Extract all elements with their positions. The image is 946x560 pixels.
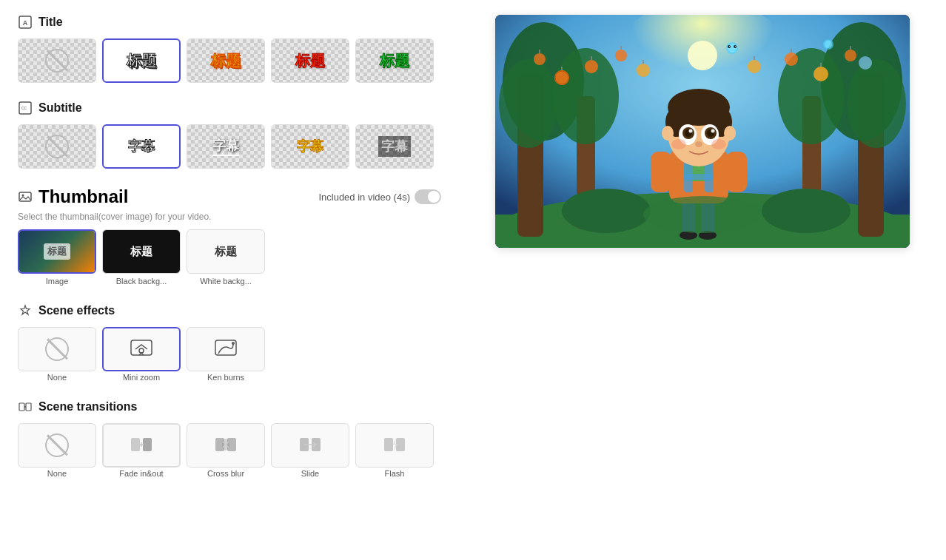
subtitle-option-sub1[interactable]: 字幕 (102, 124, 181, 169)
thumbnail-options-row: 标题 Image 标题 Black backg... 标题 White back… (18, 229, 441, 286)
svg-point-43 (615, 50, 627, 61)
scene-effects-icon (18, 303, 33, 318)
title-style1-text: 标题 (127, 51, 156, 71)
transition-fade[interactable] (102, 423, 181, 468)
title-style4-text: 标题 (380, 51, 409, 71)
slide-svg (298, 435, 322, 456)
svg-point-28 (499, 59, 558, 148)
svg-point-36 (554, 70, 569, 85)
transition-flash-label: Flash (385, 469, 405, 478)
thumb-text-white: 标题 (215, 245, 237, 259)
svg-point-41 (534, 53, 546, 65)
thumbnail-image-label: Image (46, 277, 69, 286)
scene-effect-mini-zoom-col: Mini zoom (102, 327, 181, 382)
subtitle-style3-text: 字幕 (297, 138, 323, 155)
transition-slide-label: Slide (301, 469, 319, 478)
svg-point-33 (552, 48, 619, 144)
title-option-style2[interactable]: 标题 (187, 38, 265, 83)
title-section-icon: A (18, 15, 33, 30)
scene-effect-none[interactable] (18, 327, 96, 371)
svg-point-92 (562, 189, 651, 233)
thumbnail-option-image[interactable]: 标题 (18, 229, 96, 274)
title-option-none[interactable] (18, 38, 96, 83)
title-section-header: A Title (18, 15, 441, 30)
flash-svg (383, 435, 406, 456)
transition-fade-label: Fade in&out (119, 469, 163, 478)
title-style3-text: 标题 (295, 51, 325, 71)
scene-effect-none-col: None (18, 327, 96, 382)
cross-blur-svg (214, 435, 238, 456)
subtitle-style4-text: 字幕 (378, 136, 411, 157)
subtitle-option-sub2[interactable]: 字幕 (187, 124, 265, 169)
svg-point-93 (762, 189, 851, 233)
no-icon-effect (45, 337, 69, 361)
svg-point-31 (847, 59, 906, 148)
svg-point-60 (728, 45, 731, 48)
subtitle-option-sub3[interactable]: 字幕 (271, 124, 349, 169)
transition-none[interactable] (18, 423, 96, 468)
svg-rect-71 (726, 152, 747, 192)
transition-slide-col: Slide (271, 423, 349, 478)
title-section-label: Title (38, 16, 63, 29)
thumbnail-section-label: Thumbnail (38, 186, 128, 207)
svg-text:A: A (23, 19, 28, 27)
svg-point-56 (728, 44, 737, 53)
svg-point-86 (711, 129, 715, 133)
svg-point-61 (734, 45, 737, 48)
subtitle-option-none[interactable] (18, 124, 96, 169)
ken-burns-svg (214, 339, 238, 360)
svg-rect-12 (131, 438, 140, 451)
svg-point-90 (662, 126, 674, 141)
thumbnail-description: Select the thumbnail(cover image) for yo… (18, 212, 441, 222)
transition-cross-blur-label: Cross blur (207, 469, 244, 478)
thumbnail-option-black[interactable]: 标题 (102, 229, 181, 274)
title-option-style3[interactable]: 标题 (271, 38, 349, 83)
scene-effects-options: None Mini zoom Ke (18, 327, 441, 382)
no-icon (45, 49, 69, 72)
svg-point-62 (729, 46, 730, 47)
title-options-row: 标题 标题 标题 标题 (18, 38, 441, 83)
svg-point-85 (689, 129, 693, 133)
scene-effect-none-label: None (47, 373, 67, 382)
subtitle-option-sub4[interactable]: 字幕 (355, 124, 434, 169)
mini-zoom-svg (130, 339, 153, 360)
svg-point-87 (695, 141, 702, 147)
svg-text:CC: CC (21, 106, 27, 110)
transition-slide[interactable] (271, 423, 349, 468)
svg-point-58 (825, 41, 832, 48)
svg-rect-70 (651, 152, 671, 192)
scene-effect-ken-burns[interactable] (187, 327, 265, 371)
included-toggle[interactable] (415, 189, 441, 204)
svg-rect-19 (384, 438, 393, 451)
transition-cross-col: Cross blur (187, 423, 265, 478)
preview-svg (495, 15, 910, 248)
thumbnail-white-col: 标题 White backg... (187, 229, 265, 286)
svg-point-45 (637, 64, 650, 77)
svg-point-94 (643, 196, 762, 233)
thumb-text-black: 标题 (130, 245, 152, 259)
svg-point-91 (724, 126, 736, 141)
left-panel: A Title 标题 标题 标题 标题 CC (0, 0, 459, 560)
subtitle-style1-text: 字幕 (128, 138, 155, 155)
svg-point-63 (735, 46, 736, 47)
thumbnail-section-icon (18, 189, 33, 204)
thumbnail-option-white[interactable]: 标题 (187, 229, 265, 274)
fade-svg (130, 435, 153, 456)
svg-point-9 (232, 342, 235, 345)
title-option-style4[interactable]: 标题 (355, 38, 434, 83)
svg-point-59 (859, 56, 872, 70)
thumbnail-white-label: White backg... (200, 277, 252, 286)
svg-point-39 (585, 60, 598, 73)
transition-fade-col: Fade in&out (102, 423, 181, 478)
no-icon-trans (45, 434, 69, 457)
transition-cross-blur[interactable] (187, 423, 265, 468)
subtitle-section-icon: CC (18, 101, 33, 115)
title-option-style1[interactable]: 标题 (102, 38, 181, 83)
included-label: Included in video (4s) (318, 189, 441, 204)
transition-flash[interactable] (355, 423, 434, 468)
thumbnail-black-label: Black backg... (116, 277, 167, 286)
scene-effect-ken-burns-label: Ken burns (207, 373, 244, 382)
scene-effect-mini-zoom[interactable] (102, 327, 181, 371)
svg-point-89 (711, 139, 726, 149)
svg-point-53 (748, 60, 761, 73)
